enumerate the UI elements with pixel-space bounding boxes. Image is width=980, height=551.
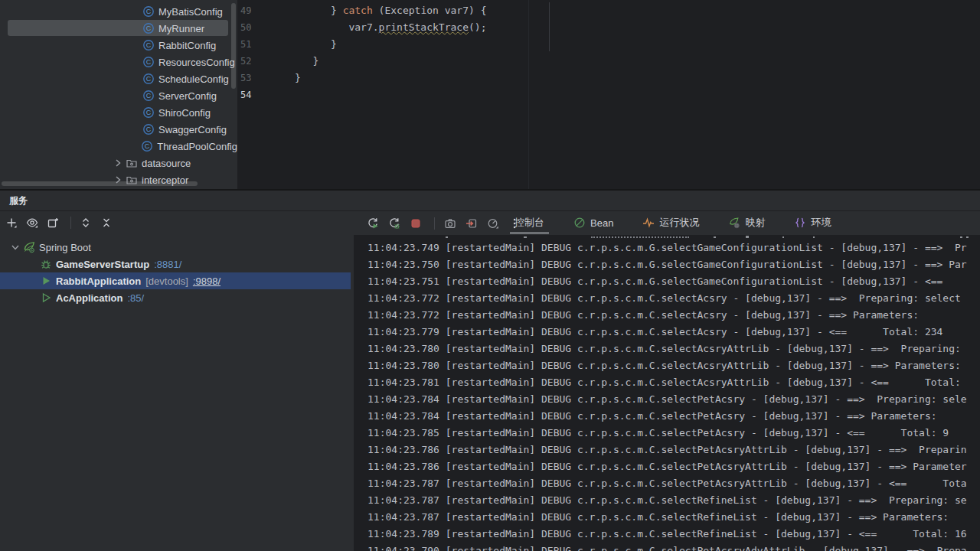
project-tree-vertical-scrollbar[interactable]: [231, 3, 236, 89]
code-text: }: [295, 53, 318, 70]
tab-label: 运行状况: [659, 216, 699, 230]
tree-item-label: SwaggerConfig: [158, 124, 227, 135]
class-icon: C: [142, 73, 155, 85]
tree-item-RabbitConfig[interactable]: CRabbitConfig: [0, 37, 237, 54]
rerun-debug-button[interactable]: [387, 215, 404, 232]
open-in-new-tab-button[interactable]: [46, 214, 63, 231]
log-line: 11:04:23.787 [restartedMain] DEBUG c.r.p…: [368, 475, 967, 492]
tree-item-SwaggerConfig[interactable]: CSwaggerConfig: [0, 121, 237, 138]
debug-bug-icon: [40, 258, 52, 270]
tab-label: Bean: [590, 217, 613, 229]
services-toolbar: [5, 213, 116, 233]
tree-item-label: ScheduleConfig: [158, 73, 229, 85]
add-button[interactable]: [5, 214, 21, 231]
editor-line-49: 49 } catch (Exception var7) {: [237, 2, 980, 19]
health-pulse-icon: [642, 217, 655, 229]
service-port-link[interactable]: :8881/: [154, 259, 181, 270]
expand-all-icon: [80, 217, 92, 229]
tree-item-ThreadPoolConfig[interactable]: CThreadPoolConfig: [0, 138, 237, 155]
service-name: RabbitApplication: [56, 276, 141, 287]
log-line: 11:04:23.779 [restartedMain] DEBUG c.r.p…: [368, 324, 942, 341]
log-line: 11:04:23.784 [restartedMain] DEBUG c.r.p…: [368, 391, 967, 408]
class-icon: C: [142, 90, 155, 102]
log-line: 11:04:23.781 [restartedMain] DEBUG c.r.p…: [368, 374, 961, 391]
tree-item-datasource[interactable]: datasource: [0, 155, 237, 171]
thread-dump-camera-button[interactable]: [443, 215, 460, 232]
tab-label: 环境: [811, 216, 831, 230]
tree-item-label: RabbitConfig: [158, 40, 216, 51]
console-toolbar: [366, 213, 524, 234]
log-line: 11:04:23.772 [restartedMain] DEBUG c.r.p…: [368, 290, 961, 307]
tree-item-MyRunner[interactable]: CMyRunner: [0, 20, 237, 37]
service-port-link[interactable]: :85/: [127, 292, 144, 304]
rerun-button[interactable]: [366, 215, 383, 232]
tree-item-ServerConfig[interactable]: CServerConfig: [0, 87, 237, 104]
console-tab-bar: 控制台Bean运行状况映射环境: [510, 211, 835, 234]
code-text: }: [295, 36, 337, 53]
line-number[interactable]: 53: [240, 70, 271, 86]
log-line: 11:04:23.789 [restartedMain] DEBUG c.r.p…: [368, 526, 967, 543]
line-number[interactable]: 49: [240, 2, 271, 19]
deploy-arrow-button[interactable]: [465, 215, 482, 232]
tree-item-ShiroConfig[interactable]: CShiroConfig: [0, 104, 237, 121]
tree-item-ResourcesConfig[interactable]: CResourcesConfig: [0, 54, 237, 70]
class-icon: C: [142, 106, 155, 119]
line-number[interactable]: 50: [240, 19, 271, 36]
log-line: 11:04:23.785 [restartedMain] DEBUG c.r.p…: [368, 425, 949, 442]
console-tab-映射[interactable]: 映射: [724, 211, 769, 234]
tree-item-label: interceptor: [142, 174, 188, 186]
open-in-new-tab-icon: [47, 217, 59, 229]
tree-item-label: ThreadPoolConfig: [157, 141, 237, 152]
chevron-right-icon: [112, 157, 124, 169]
line-number[interactable]: 54: [240, 86, 271, 103]
svg-text:C: C: [146, 58, 152, 66]
log-line: 11:04:23.786 [restartedMain] DEBUG c.r.p…: [368, 458, 967, 475]
editor-line-50: 50 var7.printStackTrace();: [237, 19, 980, 36]
class-icon: C: [142, 5, 155, 18]
console-tab-Bean[interactable]: Bean: [569, 211, 618, 234]
code-editor[interactable]: 49 } catch (Exception var7) {50 var7.pri…: [237, 0, 980, 189]
package-icon: [126, 157, 138, 169]
svg-text:C: C: [146, 8, 152, 15]
services-root-spring-boot[interactable]: Spring Boot: [0, 239, 351, 256]
tree-item-label: MyBatisConfig: [158, 6, 223, 18]
run-play-icon: [40, 275, 52, 287]
play-outline-icon: [40, 292, 52, 304]
service-item-RabbitApplication[interactable]: RabbitApplication[devtools]:9898/: [0, 272, 351, 289]
class-icon: C: [141, 140, 153, 152]
line-number[interactable]: 51: [240, 36, 271, 53]
show-options-button[interactable]: [25, 214, 42, 231]
console-tab-运行状况[interactable]: 运行状况: [638, 211, 704, 234]
rerun-icon: [367, 217, 379, 230]
line-number[interactable]: 52: [240, 53, 271, 70]
editor-line-52: 52 }: [237, 53, 980, 70]
service-item-AcApplication[interactable]: AcApplication:85/: [0, 289, 351, 306]
thread-dump-camera-icon: [444, 217, 456, 230]
console-log-area[interactable]: 11:04:23.749 [restartedMain] DEBUG c.r.p…: [354, 235, 980, 551]
code-text: }: [295, 70, 301, 86]
tree-item-label: ServerConfig: [158, 90, 217, 102]
svg-text:C: C: [145, 142, 150, 150]
tree-item-label: ShiroConfig: [158, 107, 211, 119]
expand-all-button[interactable]: [79, 214, 96, 231]
console-tab-环境[interactable]: 环境: [789, 211, 835, 234]
log-line: 11:04:23.780 [restartedMain] DEBUG c.r.p…: [368, 357, 961, 374]
chevron-down-icon: [9, 241, 21, 253]
tree-item-label: datasource: [142, 158, 191, 169]
spring-boot-icon: [23, 241, 35, 253]
tree-item-MyBatisConfig[interactable]: CMyBatisConfig: [0, 3, 237, 20]
environment-icon: [794, 217, 806, 229]
console-tab-控制台[interactable]: 控制台: [510, 211, 549, 234]
svg-text:C: C: [146, 75, 152, 83]
chevron-right-icon: [112, 174, 124, 186]
collapse-all-button[interactable]: [100, 214, 116, 231]
tree-item-ScheduleConfig[interactable]: CScheduleConfig: [0, 70, 237, 87]
stop-button[interactable]: [409, 215, 426, 232]
service-port-link[interactable]: :9898/: [193, 276, 220, 287]
deploy-arrow-icon: [466, 217, 478, 230]
svg-text:C: C: [146, 126, 152, 133]
gauge-button[interactable]: [486, 215, 503, 232]
service-item-GameServerStartup[interactable]: GameServerStartup:8881/: [0, 256, 351, 272]
service-name: AcApplication: [56, 292, 122, 304]
service-tag: [devtools]: [145, 276, 188, 287]
